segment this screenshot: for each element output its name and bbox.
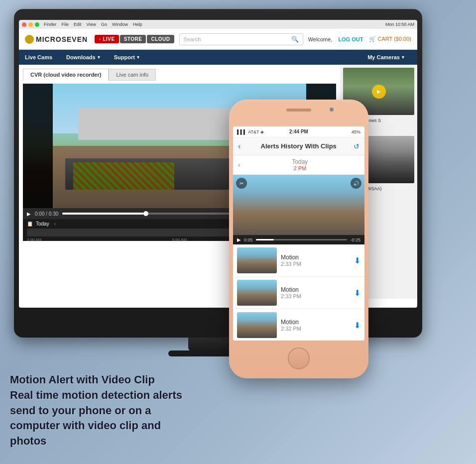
video-progress-thumb (143, 211, 148, 216)
downloads-chevron: ▾ (98, 55, 100, 60)
mac-close-dot[interactable] (22, 22, 26, 27)
nav-buttons: LIVE STORE CLOUD (95, 35, 174, 43)
search-bar: Search 🔍 (179, 33, 303, 45)
timeline-label-1: 3:00 AM (27, 237, 41, 242)
phone-home-button[interactable] (288, 348, 310, 369)
phone: ▌▌▌ AT&T ◈ 2:44 PM 45% ‹ Alerts History … (229, 100, 368, 378)
phone-progress-fill (256, 239, 274, 240)
timeline-date: Today (36, 221, 49, 227)
alert-info-2: Motion 2:33 PM (281, 286, 350, 299)
nav-bar: Live Cams Downloads ▾ Support ▾ My Camer… (19, 50, 417, 65)
logo: MICROSEVEN (25, 35, 88, 44)
phone-screen: ▌▌▌ AT&T ◈ 2:44 PM 45% ‹ Alerts History … (233, 126, 364, 341)
video-left-letterbox (23, 84, 53, 208)
mac-menu-view[interactable]: View (87, 22, 96, 27)
nav-support[interactable]: Support ▾ (107, 50, 146, 65)
header-right: Welcome, LOG OUT 🛒 CART ($0.00) (308, 36, 411, 42)
phone-signal-icon: ▌▌▌ (237, 129, 246, 134)
bottom-text-block: Motion Alert with Video Clip Real time m… (10, 372, 199, 449)
phone-date-nav: ‹ Today 2 PM (233, 155, 364, 175)
phone-status-bar: ▌▌▌ AT&T ◈ 2:44 PM 45% (233, 126, 364, 137)
mac-menu-file[interactable]: File (62, 22, 69, 27)
bottom-line-3: send to your phone or on a (10, 403, 199, 419)
mac-menu-help[interactable]: Help (133, 22, 142, 27)
phone-play-button[interactable]: ▶ (237, 237, 241, 242)
phone-time: 2:44 PM (289, 129, 308, 134)
phone-refresh-button[interactable]: ↺ (354, 142, 359, 150)
phone-battery: 45% (352, 129, 360, 134)
timeline-nav-button[interactable]: ‹ (54, 221, 56, 227)
video-progress-fill (62, 213, 143, 215)
cloud-button[interactable]: CLOUD (147, 35, 174, 43)
phone-date-label: Today (240, 158, 359, 165)
phone-back-button[interactable]: ‹ (238, 142, 240, 151)
alert-thumb-3 (237, 312, 277, 338)
alert-type-2: Motion (281, 286, 350, 293)
bottom-line-2: Real time motion detection alerts (10, 388, 199, 403)
mac-maximize-dot[interactable] (35, 22, 39, 27)
welcome-text: Welcome, (308, 36, 333, 42)
mac-menu: Finder File Edit View Go Window Help (44, 22, 142, 27)
phone-speaker (286, 109, 311, 112)
phone-video-player: ✂ 🔊 ▶ 0:05 -0:25 (233, 175, 364, 244)
mac-menu-window[interactable]: Window (112, 22, 128, 27)
alert-time-1: 2:33 PM (281, 261, 350, 267)
support-chevron: ▾ (137, 55, 139, 60)
bottom-line-1: Motion Alert with Video Clip (10, 372, 199, 388)
alert-time-3: 2:32 PM (281, 326, 350, 332)
mac-dots (22, 22, 39, 27)
alert-item-1: Motion 2:33 PM ⬇ (233, 244, 364, 277)
tab-bar: CVR (cloud video recorder) Live cam info (23, 69, 336, 81)
phone-carrier: AT&T (248, 129, 259, 134)
phone-progress-bar[interactable] (256, 239, 348, 240)
nav-my-cameras[interactable]: My Cameras ▾ (360, 50, 411, 65)
phone-camera (330, 108, 334, 112)
mac-right-info: Mon 10:50 AM (385, 22, 414, 27)
nav-live-cams[interactable]: Live Cams (25, 50, 59, 65)
mac-menu-go[interactable]: Go (101, 22, 107, 27)
play-button[interactable]: ▶ (27, 211, 31, 217)
live-button[interactable]: LIVE (95, 35, 119, 43)
phone-date-center: Today 2 PM (240, 158, 359, 171)
phone-vid-scissors-icon[interactable]: ✂ (236, 178, 247, 189)
logout-button[interactable]: LOG OUT (338, 36, 363, 42)
tab-live-cam-info[interactable]: Live cam info (109, 69, 156, 81)
video-graffiti (73, 162, 175, 190)
alert-time-2: 2:33 PM (281, 293, 350, 299)
alert-download-1[interactable]: ⬇ (354, 256, 360, 265)
nav-downloads[interactable]: Downloads ▾ (59, 50, 107, 65)
alert-info-1: Motion 2:33 PM (281, 254, 350, 267)
alert-thumb-1 (237, 247, 277, 273)
alert-download-2[interactable]: ⬇ (354, 288, 360, 298)
phone-remaining-time: -0:25 (350, 237, 360, 242)
search-placeholder: Search (184, 36, 289, 42)
mac-topbar: Finder File Edit View Go Window Help Mon… (19, 20, 417, 29)
search-icon[interactable]: 🔍 (291, 36, 299, 43)
timeline-label-2: 6:00 AM (172, 237, 187, 242)
my-cameras-chevron: ▾ (402, 55, 404, 60)
phone-header: ‹ Alerts History With Clips ↺ (233, 137, 364, 155)
alert-download-3[interactable]: ⬇ (354, 321, 360, 330)
phone-current-time: 0:05 (244, 237, 253, 242)
alert-type-3: Motion (281, 319, 350, 326)
alert-type-1: Motion (281, 254, 350, 261)
alert-thumb-2 (237, 280, 277, 306)
store-button[interactable]: STORE (120, 35, 146, 43)
phone-vid-scene (233, 175, 364, 244)
calendar-icon: 📋 (27, 221, 33, 227)
site-header: MICROSEVEN LIVE STORE CLOUD Search 🔍 Wel… (19, 29, 417, 50)
mac-minimize-dot[interactable] (28, 22, 33, 27)
cart-button[interactable]: 🛒 CART ($0.00) (369, 36, 411, 42)
phone-screen-title: Alerts History With Clips (243, 142, 354, 150)
alert-item-3: Motion 2:32 PM ⬇ (233, 309, 364, 341)
phone-vid-bottom-controls: ▶ 0:05 -0:25 (233, 235, 364, 244)
mac-menu-edit[interactable]: Edit (74, 22, 82, 27)
phone-vid-volume-icon[interactable]: 🔊 (351, 178, 361, 189)
tab-cvr[interactable]: CVR (cloud video recorder) (23, 69, 109, 81)
mac-menu-finder[interactable]: Finder (44, 22, 57, 27)
bottom-line-4: computer with video clip and photos (10, 418, 199, 449)
alert-info-3: Motion 2:32 PM (281, 319, 350, 332)
cam-play-overlay-1[interactable]: ▶ (372, 85, 386, 99)
logo-icon (25, 35, 34, 44)
phone-wifi-icon: ◈ (260, 129, 264, 134)
